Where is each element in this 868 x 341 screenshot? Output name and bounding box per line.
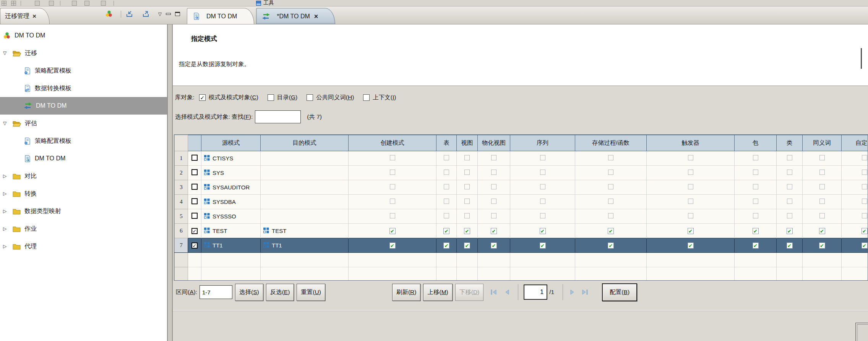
expander-closed-icon[interactable]: ▷ xyxy=(3,191,13,196)
checkbox-icon[interactable] xyxy=(540,170,545,175)
checkbox-icon[interactable] xyxy=(444,184,449,189)
checkbox-icon[interactable] xyxy=(753,155,758,160)
checkbox-icon[interactable] xyxy=(688,199,693,204)
library-object-option[interactable]: 目录(G) xyxy=(268,94,297,102)
tree-item[interactable]: DM TO DM xyxy=(0,27,167,44)
find-input[interactable] xyxy=(255,110,301,123)
checkbox-icon[interactable] xyxy=(688,184,693,189)
checkbox-icon[interactable] xyxy=(787,184,792,189)
checkbox-icon[interactable] xyxy=(540,155,545,160)
tree-item[interactable]: DM TO DM xyxy=(0,150,167,167)
toolbar-icon[interactable] xyxy=(35,1,40,6)
checkbox-icon[interactable] xyxy=(753,213,758,218)
checkbox-checked-icon[interactable]: ✔ xyxy=(688,228,694,234)
checkbox-checked-icon[interactable]: ✔ xyxy=(443,242,449,249)
action-button[interactable]: 反选(E) xyxy=(266,284,294,301)
action-button[interactable]: 刷新(R) xyxy=(392,284,421,301)
editor-tab[interactable]: DM TO DM xyxy=(187,8,254,24)
tools-menu-item[interactable]: 工具 xyxy=(256,0,274,6)
tree-item[interactable]: ▷转换 xyxy=(0,185,167,202)
checkbox-icon[interactable] xyxy=(491,184,496,189)
tree-item[interactable]: ▽评估 xyxy=(0,115,167,132)
checkbox-icon[interactable] xyxy=(787,155,792,160)
tree-item[interactable]: ▽迁移 xyxy=(0,44,167,62)
checkbox-icon[interactable] xyxy=(191,155,198,161)
tree-item[interactable]: ▷数据类型映射 xyxy=(0,202,167,220)
expander-closed-icon[interactable]: ▷ xyxy=(3,173,13,179)
expander-closed-icon[interactable]: ▷ xyxy=(3,226,13,231)
library-object-option[interactable]: ✓模式及模式对象(C) xyxy=(199,94,258,102)
checkbox-icon[interactable] xyxy=(608,155,613,160)
expander-closed-icon[interactable]: ▷ xyxy=(3,208,13,214)
checkbox-checked-icon[interactable]: ✔ xyxy=(862,228,868,234)
checkbox-checked-icon[interactable]: ✔ xyxy=(464,228,470,234)
checkbox-icon[interactable] xyxy=(444,155,449,160)
checkbox-icon[interactable] xyxy=(491,199,496,204)
checkbox-icon[interactable] xyxy=(390,199,395,204)
checkbox-icon[interactable] xyxy=(862,199,867,204)
checkbox-icon[interactable] xyxy=(540,199,545,204)
checkbox-icon[interactable] xyxy=(753,170,758,175)
checkbox-icon[interactable] xyxy=(753,199,758,204)
checkbox-icon[interactable] xyxy=(819,184,825,189)
close-icon[interactable]: × xyxy=(32,13,36,19)
checkbox-icon[interactable] xyxy=(819,155,825,160)
expander-open-icon[interactable]: ▽ xyxy=(3,50,13,56)
checkbox-icon[interactable] xyxy=(862,184,867,189)
checkbox-icon[interactable] xyxy=(444,213,449,218)
checkbox-icon[interactable] xyxy=(819,199,825,204)
checkbox-icon[interactable] xyxy=(688,170,693,175)
expander-closed-icon[interactable]: ▷ xyxy=(3,244,13,249)
range-input[interactable] xyxy=(200,285,232,299)
checkbox-icon[interactable] xyxy=(608,213,613,218)
checkbox-icon[interactable] xyxy=(862,170,867,175)
checkbox-icon[interactable] xyxy=(491,155,496,160)
checkbox-checked-icon[interactable]: ✔ xyxy=(862,242,868,249)
checkbox-icon[interactable] xyxy=(464,199,470,204)
export-icon[interactable] xyxy=(142,11,150,18)
checkbox-checked-icon[interactable]: ✔ xyxy=(608,228,614,234)
config-button[interactable]: 配置(B) xyxy=(602,283,637,301)
checkbox-icon[interactable] xyxy=(464,155,470,160)
checkbox-icon[interactable] xyxy=(191,198,198,204)
checkbox-icon[interactable] xyxy=(491,213,496,218)
checkbox-checked-icon[interactable]: ✔ xyxy=(540,228,546,234)
checkbox-icon[interactable] xyxy=(540,184,545,189)
tree-item[interactable]: ▷作业 xyxy=(0,220,167,238)
checkbox-icon[interactable] xyxy=(491,170,496,175)
table-row[interactable]: 6✓TESTTEST✔✔✔✔✔✔✔✔✔✔✔ xyxy=(175,224,868,238)
checkbox-icon[interactable] xyxy=(191,213,198,219)
table-row[interactable]: 7✓TT1TT1✔✔✔✔✔✔✔✔✔✔✔ xyxy=(175,238,868,253)
table-row[interactable]: 5SYSSSO xyxy=(175,209,868,224)
checkbox-icon[interactable] xyxy=(390,184,395,189)
toolbar-icon[interactable] xyxy=(11,1,16,6)
toolbar-icon[interactable] xyxy=(2,1,6,6)
checkbox-icon[interactable] xyxy=(307,94,313,101)
checkbox-icon[interactable] xyxy=(191,169,198,175)
checkbox-checked-icon[interactable]: ✔ xyxy=(787,242,793,249)
checkbox-checked-icon[interactable]: ✔ xyxy=(389,242,396,249)
tree-item[interactable]: ▷对比 xyxy=(0,167,167,185)
maximize-icon[interactable] xyxy=(175,12,180,16)
tree-item[interactable]: 策略配置模板 xyxy=(0,132,167,150)
checkbox-icon[interactable] xyxy=(390,213,395,218)
checkbox-icon[interactable] xyxy=(688,213,693,218)
tree-item[interactable]: 数据转换模板 xyxy=(0,79,167,97)
toolbar-icon[interactable] xyxy=(84,1,89,6)
checkbox-checked-icon[interactable]: ✔ xyxy=(819,228,825,234)
checkbox-icon[interactable] xyxy=(608,199,613,204)
checkbox-checked-icon[interactable]: ✔ xyxy=(464,242,470,249)
expander-open-icon[interactable]: ▽ xyxy=(3,121,13,126)
checkbox-checked-icon[interactable]: ✔ xyxy=(819,242,825,249)
checkbox-icon[interactable] xyxy=(268,94,274,101)
checkbox-icon[interactable] xyxy=(390,170,395,175)
checkbox-icon[interactable] xyxy=(608,170,613,175)
table-row[interactable]: 1CTISYS xyxy=(175,151,868,166)
tree-item[interactable]: 策略配置模板 xyxy=(0,62,167,79)
view-menu-icon[interactable]: ▽ xyxy=(158,12,162,16)
checkbox-checked-icon[interactable]: ✔ xyxy=(491,242,497,249)
table-row[interactable]: 2SYS xyxy=(175,166,868,180)
checkbox-icon[interactable] xyxy=(390,155,395,160)
checkbox-icon[interactable] xyxy=(787,213,792,218)
minimize-icon[interactable] xyxy=(166,13,171,15)
